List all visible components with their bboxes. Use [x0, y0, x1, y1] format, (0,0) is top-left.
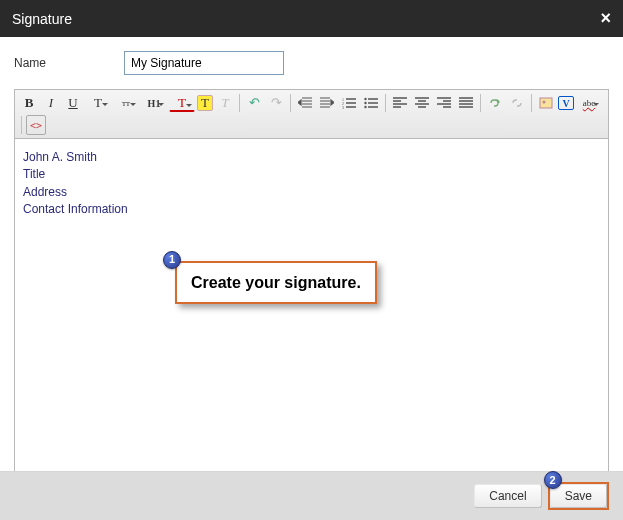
alignright-icon[interactable] [434, 93, 454, 113]
separator [21, 116, 22, 134]
dialog-footer: Cancel Save 2 [0, 471, 623, 520]
orderedlist-icon[interactable]: 123 [339, 93, 359, 113]
image-icon[interactable] [536, 93, 556, 113]
callout-instruction: Create your signature. 1 [175, 261, 377, 304]
svg-text:3: 3 [342, 105, 344, 109]
dialog-title: Signature [12, 11, 72, 27]
svg-point-7 [543, 101, 546, 104]
unorderedlist-icon[interactable] [361, 93, 381, 113]
outdent-icon[interactable] [295, 93, 315, 113]
sig-name: John A. Smith [23, 149, 600, 166]
save-button[interactable]: Save [550, 484, 607, 508]
source-icon[interactable]: <> [26, 115, 46, 135]
sig-title: Title [23, 166, 600, 183]
italic-icon[interactable]: I [41, 93, 61, 113]
spellcheck-dropdown[interactable]: abc [576, 93, 602, 113]
name-input[interactable] [124, 51, 284, 75]
sig-address: Address [23, 184, 600, 201]
undo-icon[interactable]: ↶ [244, 93, 264, 113]
svg-rect-6 [540, 98, 552, 108]
bold-icon[interactable]: B [19, 93, 39, 113]
name-label: Name [14, 56, 124, 70]
callout-badge-2: 2 [544, 471, 562, 489]
close-icon[interactable]: × [600, 8, 611, 29]
separator [385, 94, 386, 112]
separator [531, 94, 532, 112]
vcard-icon[interactable]: V [558, 96, 574, 110]
callout-text: Create your signature. [191, 274, 361, 291]
paragraph-dropdown[interactable]: H1 [141, 93, 167, 113]
alignjustify-icon[interactable] [456, 93, 476, 113]
redo-icon[interactable]: ↷ [266, 93, 286, 113]
indent-icon[interactable] [317, 93, 337, 113]
name-field-row: Name [14, 51, 609, 75]
fontfamily-dropdown[interactable]: T [85, 93, 111, 113]
callout-badge-1: 1 [163, 251, 181, 269]
sig-contact: Contact Information [23, 201, 600, 218]
save-highlight: Save 2 [548, 482, 609, 510]
unlink-icon[interactable] [507, 93, 527, 113]
svg-point-3 [364, 98, 366, 100]
separator [239, 94, 240, 112]
editor-toolbar: B I U T тт H1 T T T ↶ ↷ 123 V abc <> [14, 89, 609, 139]
svg-point-5 [364, 106, 366, 108]
dialog-header: Signature × [0, 0, 623, 37]
aligncenter-icon[interactable] [412, 93, 432, 113]
cancel-button[interactable]: Cancel [474, 484, 541, 508]
fontcolor-dropdown[interactable]: T [169, 94, 195, 112]
fontsize-dropdown[interactable]: тт [113, 93, 139, 113]
clearformat-icon[interactable]: T [215, 93, 235, 113]
editor-content[interactable]: John A. Smith Title Address Contact Info… [14, 139, 609, 474]
svg-point-4 [364, 102, 366, 104]
separator [290, 94, 291, 112]
link-icon[interactable] [485, 93, 505, 113]
alignleft-icon[interactable] [390, 93, 410, 113]
separator [480, 94, 481, 112]
dialog-body: Name B I U T тт H1 T T T ↶ ↷ 123 V abc <… [0, 37, 623, 474]
underline-icon[interactable]: U [63, 93, 83, 113]
highlight-icon[interactable]: T [197, 95, 213, 111]
